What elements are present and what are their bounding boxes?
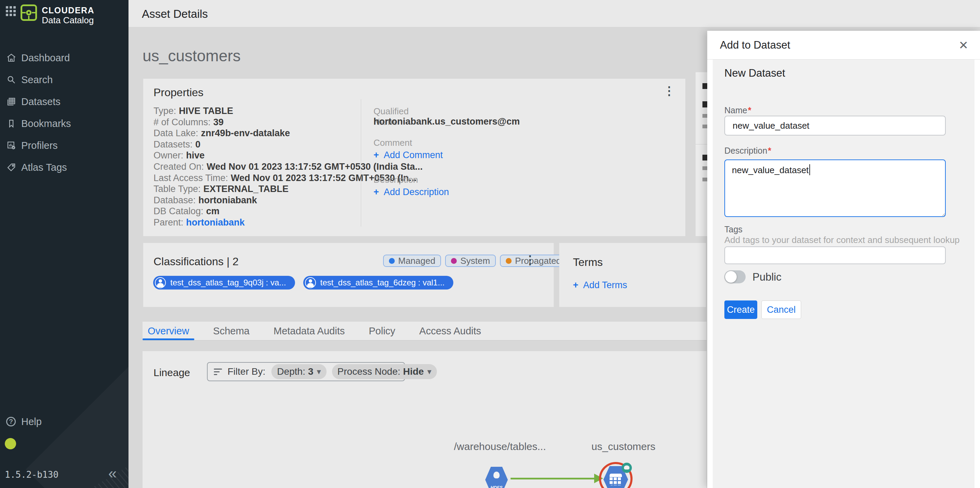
cancel-button[interactable]: Cancel: [761, 301, 801, 319]
sidebar-decor-band: [26, 252, 129, 488]
sidebar-item-atlas-tags[interactable]: Atlas Tags: [0, 156, 129, 178]
brand-name: CLOUDERA: [42, 5, 95, 16]
required-asterisk: *: [768, 146, 771, 155]
toggle-knob: [725, 271, 737, 283]
tag-icon: [6, 162, 16, 173]
tags-label: Tags: [724, 225, 743, 234]
sidebar-item-label: Datasets: [21, 96, 60, 108]
help-icon: ?: [6, 417, 16, 426]
legend-chip-managed[interactable]: Managed: [383, 255, 441, 267]
comment-label: Comment: [374, 138, 412, 148]
hidden-card-sliver: [695, 72, 707, 236]
add-comment-button[interactable]: +Add Comment: [374, 150, 443, 160]
hive-table-icon: [609, 474, 622, 485]
properties-title: Properties: [154, 86, 204, 99]
version-label: 1.5.2-b130: [5, 469, 59, 480]
app-switcher-icon[interactable]: [6, 6, 16, 16]
filter-by-label: Filter By:: [228, 366, 265, 377]
tab-access-audits[interactable]: Access Audits: [417, 322, 484, 340]
classifications-title: Classifications | 2: [154, 255, 239, 268]
property-row: Created On:Wed Nov 01 2023 13:17:52 GMT+…: [154, 161, 423, 173]
help-label: Help: [21, 416, 42, 428]
tags-field[interactable]: [724, 246, 946, 264]
plus-icon: +: [573, 280, 578, 290]
add-to-dataset-panel: Add to Dataset ✕ New Dataset Name* Descr…: [707, 31, 980, 488]
user-avatar[interactable]: [5, 438, 16, 449]
properties-kebab-icon[interactable]: ⋮: [663, 85, 675, 97]
properties-card: Properties ⋮ Type:HIVE TABLE # of Column…: [143, 79, 685, 236]
terms-card: Terms +Add Terms: [559, 243, 706, 307]
bookmark-icon: [6, 119, 16, 129]
qualified-name-value: hortoniabank.us_customers@cm: [374, 116, 520, 127]
property-row: DB Catalog:cm: [154, 206, 423, 217]
sidebar-collapse-icon[interactable]: «: [108, 465, 116, 482]
description-field[interactable]: new_value_dataset: [724, 160, 946, 217]
hdfs-elephant-icon: [493, 472, 500, 478]
add-terms-button[interactable]: +Add Terms: [573, 280, 627, 290]
modal-title: Add to Dataset: [720, 39, 790, 51]
sidebar: CLOUDERA Data Catalog Dashboard Search D…: [0, 0, 129, 488]
depth-dropdown[interactable]: Depth: 3 ▾: [271, 364, 326, 379]
plus-icon: +: [374, 150, 379, 160]
profilers-icon: [6, 140, 16, 151]
sidebar-item-datasets[interactable]: Datasets: [0, 91, 129, 112]
plus-icon: +: [374, 187, 379, 197]
classifications-kebab-icon[interactable]: ⋮: [524, 254, 536, 266]
person-icon: [305, 277, 316, 288]
add-description-button[interactable]: +Add Description: [374, 187, 449, 198]
lineage-node-hdfs[interactable]: HDFS: [485, 467, 508, 488]
search-icon: [6, 74, 16, 85]
sidebar-item-label: Bookmarks: [21, 118, 71, 129]
tab-metadata-audits[interactable]: Metadata Audits: [271, 322, 347, 340]
name-field[interactable]: [724, 116, 946, 136]
sidebar-item-search[interactable]: Search: [0, 69, 129, 91]
process-node-dropdown[interactable]: Process Node: Hide ▾: [332, 364, 437, 379]
lineage-node-label: us_customers: [592, 441, 653, 452]
tags-helper-text: Add tags to your dataset for context and…: [724, 235, 960, 246]
create-button[interactable]: Create: [724, 301, 757, 319]
sidebar-item-dashboard[interactable]: Dashboard: [0, 47, 129, 69]
legend-chip-system[interactable]: System: [445, 255, 496, 267]
description-label: Description: [374, 174, 418, 185]
sidebar-item-label: Dashboard: [21, 52, 70, 63]
tab-policy[interactable]: Policy: [366, 322, 398, 340]
sidebar-item-label: Atlas Tags: [21, 162, 67, 173]
page-title: Asset Details: [142, 8, 208, 21]
name-label: Name*: [724, 105, 751, 115]
propagated-dot-icon: [506, 258, 512, 264]
asset-title: us_customers: [143, 46, 240, 65]
cloudera-logo-icon[interactable]: [21, 5, 37, 21]
property-row: Parent:hortoniabank: [154, 217, 423, 228]
description-label: Description*: [724, 146, 771, 156]
home-icon: [6, 53, 16, 63]
sidebar-item-profilers[interactable]: Profilers: [0, 135, 129, 156]
tab-overview[interactable]: Overview: [145, 322, 192, 340]
classifications-legend: Managed System Propagated: [383, 255, 567, 267]
sidebar-item-help[interactable]: ? Help: [0, 414, 129, 430]
public-label: Public: [752, 271, 781, 284]
system-dot-icon: [451, 258, 457, 264]
tab-schema[interactable]: Schema: [210, 322, 252, 340]
hive-badge-icon: [622, 463, 632, 473]
lineage-arrow: [511, 478, 596, 479]
sidebar-item-label: Profilers: [21, 140, 57, 151]
classification-tag[interactable]: test_dss_atlas_tag_9q03j : va...: [153, 276, 295, 290]
sidebar-item-label: Search: [21, 74, 53, 86]
close-icon[interactable]: ✕: [959, 38, 969, 52]
sidebar-item-bookmarks[interactable]: Bookmarks: [0, 112, 129, 135]
public-toggle[interactable]: [724, 270, 746, 284]
lineage-card: Lineage Filter By: Depth: 3 ▾ Process No…: [143, 351, 706, 488]
person-icon: [155, 277, 166, 288]
lineage-title: Lineage: [154, 367, 190, 379]
datasets-icon: [6, 97, 16, 107]
tab-bar: Overview Schema Metadata Audits Policy A…: [143, 322, 706, 341]
topbar: Asset Details: [129, 0, 980, 27]
modal-body: New Dataset Name* Description* new_value…: [713, 60, 975, 488]
brand-product: Data Catalog: [42, 15, 94, 26]
chevron-down-icon: ▾: [427, 367, 431, 376]
property-row: Data Lake:znr49b-env-datalake: [154, 128, 423, 139]
sidebar-nav: Dashboard Search Datasets Bookmarks Prof…: [0, 47, 129, 178]
lineage-filter-bar: Filter By: Depth: 3 ▾ Process Node: Hide…: [207, 362, 405, 381]
parent-link[interactable]: hortoniabank: [186, 217, 245, 228]
classification-tag[interactable]: test_dss_atlas_tag_6dzeg : val1...: [303, 276, 454, 290]
